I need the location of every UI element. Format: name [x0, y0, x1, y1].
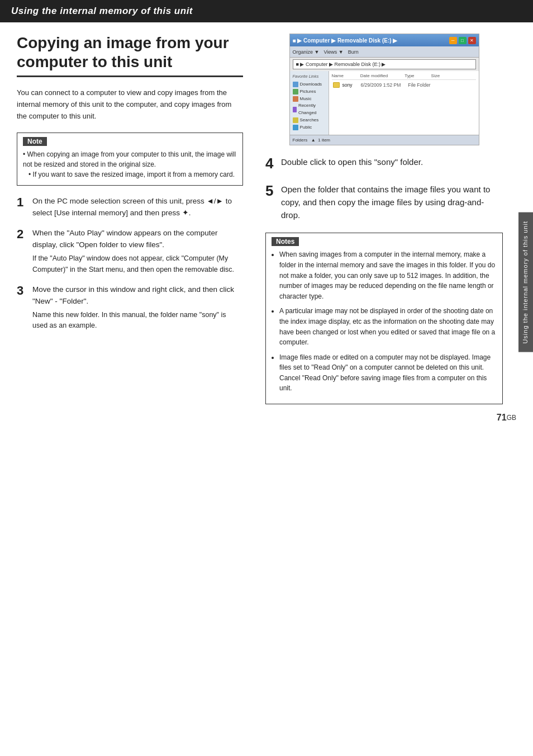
step-5-text: Open the folder that contains the image …: [281, 183, 503, 222]
sidebar-downloads[interactable]: Downloads: [293, 81, 326, 88]
header-title: Using the internal memory of this unit: [11, 6, 193, 16]
step-3-sub: Name this new folder. In this manual, th…: [32, 310, 243, 332]
toolbar-organize[interactable]: Organize ▼: [293, 49, 320, 55]
close-button[interactable]: ✕: [468, 37, 476, 44]
toolbar-burn[interactable]: Burn: [348, 49, 359, 55]
toolbar-views[interactable]: Views ▼: [323, 49, 343, 55]
page-number: 71: [497, 413, 507, 423]
page-container: Using the internal memory of this unit C…: [0, 0, 533, 756]
step-4-text: Double click to open this "sony" folder.: [281, 155, 503, 168]
file-type: File Folder: [408, 82, 430, 88]
col-name: Name: [332, 73, 344, 78]
sidebar-tab: Using the internal memory of this unit: [518, 212, 533, 352]
item-count: 1 item: [318, 138, 330, 143]
step-4: 4 Double click to open this "sony" folde…: [265, 155, 503, 172]
file-list-header: Name Date modified Type Size: [332, 73, 476, 80]
col-size: Size: [431, 73, 440, 78]
page-gb: GB: [507, 414, 516, 422]
notes-bullet-3: Image files made or edited on a computer…: [279, 352, 497, 394]
file-name: sony: [342, 82, 353, 88]
file-area: Favorite Links Downloads Pictures Music: [290, 71, 479, 138]
step-4-num: 4: [265, 155, 281, 172]
step-2-num: 2: [17, 228, 32, 241]
status-bar: Folders ▲ 1 item: [290, 135, 479, 145]
sidebar-public-label: Public: [300, 124, 312, 131]
sidebar-downloads-label: Downloads: [300, 81, 322, 88]
sidebar-recent-label: Recently Changed: [298, 102, 326, 117]
step-2-sub: If the "Auto Play" window does not appea…: [32, 253, 243, 275]
note-label: Note: [23, 137, 47, 146]
address-text: ■ ▶ Computer ▶ Removable Disk (E:) ▶: [296, 62, 386, 67]
notes-bullet-2: A particular image may not be displayed …: [279, 306, 497, 347]
sidebar-pictures[interactable]: Pictures: [293, 88, 326, 96]
col-date: Date modified: [360, 73, 388, 78]
step-1-text: On the PC mode selection screen of this …: [32, 196, 243, 219]
sidebar-music[interactable]: Music: [293, 96, 326, 103]
step-3-text: Move the cursor in this window and right…: [32, 284, 243, 332]
sidebar-label: Favorite Links: [293, 73, 326, 80]
step-1-num: 1: [17, 196, 32, 209]
step-5: 5 Open the folder that contains the imag…: [265, 183, 503, 222]
music-icon: [293, 96, 298, 102]
window-title: ■ ▶ Computer ▶ Removable Disk (E:) ▶: [293, 37, 398, 44]
step-3: 3 Move the cursor in this window and rig…: [17, 284, 243, 332]
downloads-icon: [293, 82, 298, 87]
public-icon: [293, 125, 298, 130]
searches-icon: [293, 117, 298, 123]
address-bar: ■ ▶ Computer ▶ Removable Disk (E:) ▶: [293, 59, 476, 69]
sidebar-searches-label: Searches: [300, 117, 319, 124]
folder-icon: [333, 82, 340, 88]
page-title: Copying an image from your computer to t…: [17, 34, 243, 77]
intro-text: You can connect to a computer to view an…: [17, 87, 243, 122]
right-column: ■ ▶ Computer ▶ Removable Disk (E:) ▶ ─ □…: [257, 34, 514, 404]
pictures-icon: [293, 89, 298, 94]
sidebar-recently-changed[interactable]: Recently Changed: [293, 102, 326, 117]
note-content: • When copying an image from your comput…: [23, 149, 237, 179]
file-row-sony[interactable]: sony 6/29/2009 1:52 PM File Folder: [332, 82, 476, 88]
step-3-num: 3: [17, 284, 32, 297]
window-buttons: ─ □ ✕: [449, 37, 476, 44]
note-box: Note • When copying an image from your c…: [17, 133, 243, 186]
notes-label: Notes: [272, 237, 299, 246]
file-list-area: Name Date modified Type Size sony 6/29/2…: [329, 71, 479, 138]
window-titlebar: ■ ▶ Computer ▶ Removable Disk (E:) ▶ ─ □…: [290, 34, 479, 46]
sidebar-searches[interactable]: Searches: [293, 117, 326, 124]
sidebar-tab-text: Using the internal memory of this unit: [522, 221, 529, 344]
recently-changed-icon: [293, 107, 297, 112]
note-bullet-1: When copying an image from your computer…: [23, 150, 236, 168]
maximize-button[interactable]: □: [459, 37, 467, 44]
step-2: 2 When the "Auto Play" window appears on…: [17, 228, 243, 275]
explorer-sidebar: Favorite Links Downloads Pictures Music: [290, 71, 329, 138]
window-toolbar: Organize ▼ Views ▼ Burn: [290, 46, 479, 58]
col-type: Type: [404, 73, 414, 78]
left-column: Copying an image from your computer to t…: [0, 34, 257, 404]
step-1: 1 On the PC mode selection screen of thi…: [17, 196, 243, 219]
page-footer: 71 GB: [0, 404, 533, 431]
sidebar-pictures-label: Pictures: [300, 88, 316, 96]
page-header: Using the internal memory of this unit: [0, 0, 533, 22]
main-content: Copying an image from your computer to t…: [0, 22, 533, 404]
notes-box: Notes When saving images from a computer…: [265, 233, 503, 404]
notes-bullet-1: When saving images from a computer in th…: [279, 249, 497, 301]
step-5-num: 5: [265, 183, 281, 199]
minimize-button[interactable]: ─: [449, 37, 457, 44]
note-bullet-2: If you want to save the resized image, i…: [33, 171, 235, 178]
folders-label: Folders ▲: [293, 138, 318, 143]
step-2-text: When the "Auto Play" window appears on t…: [32, 228, 243, 275]
notes-list: When saving images from a computer in th…: [272, 249, 497, 394]
sidebar-public[interactable]: Public: [293, 124, 326, 131]
screenshot-image: ■ ▶ Computer ▶ Removable Disk (E:) ▶ ─ □…: [289, 34, 479, 145]
file-date: 6/29/2009 1:52 PM: [360, 82, 401, 88]
sidebar-music-label: Music: [300, 96, 312, 103]
